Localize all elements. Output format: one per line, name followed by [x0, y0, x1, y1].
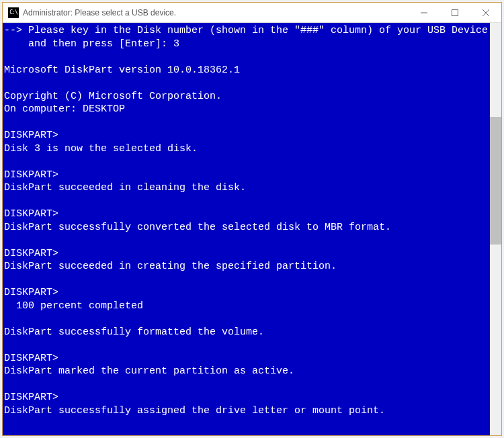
cmd-icon-text: C:\ — [9, 10, 17, 15]
svg-rect-1 — [452, 9, 458, 15]
window-controls — [409, 3, 501, 22]
console-window: C:\ Administrator: Please select a USB d… — [2, 2, 502, 436]
console-output[interactable]: --> Please key in the Disk number (shown… — [3, 23, 490, 435]
client-area: --> Please key in the Disk number (shown… — [3, 23, 501, 435]
vertical-scrollbar[interactable] — [490, 23, 501, 435]
titlebar[interactable]: C:\ Administrator: Please select a USB d… — [3, 3, 501, 23]
cmd-icon: C:\ — [8, 7, 19, 18]
maximize-icon — [452, 9, 458, 16]
minimize-icon — [421, 9, 427, 16]
scroll-thumb[interactable] — [490, 117, 501, 245]
close-icon — [482, 9, 489, 16]
close-button[interactable] — [470, 3, 501, 22]
maximize-button[interactable] — [439, 3, 470, 22]
window-title: Administrator: Please select a USB devic… — [23, 8, 409, 17]
minimize-button[interactable] — [409, 3, 439, 22]
